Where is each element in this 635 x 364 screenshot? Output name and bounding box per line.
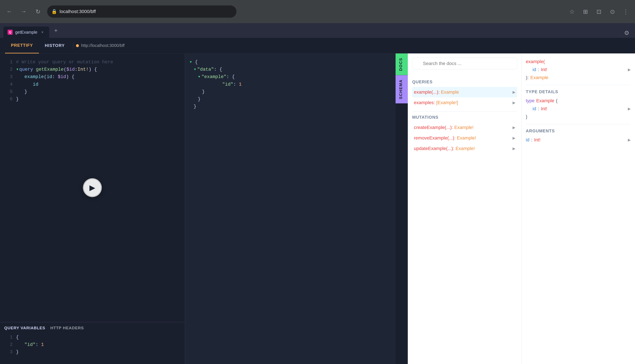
docs-divider: [412, 111, 517, 112]
mutations-section-title: MUTATIONS: [412, 115, 517, 120]
tab-bar: Q getExample × + ⚙: [0, 23, 635, 38]
docs-item-createexample[interactable]: createExample(...): Example! ▶: [412, 122, 517, 133]
back-button[interactable]: ←: [4, 6, 14, 16]
browser-chrome: ← → ↻ 🔒 localhost:3000/bff ☆ ⊞ ⊡ ⊙ ⋮: [0, 0, 635, 23]
menu-button[interactable]: ⋮: [621, 6, 631, 16]
new-tab-button[interactable]: +: [51, 26, 61, 36]
docs-tab[interactable]: DOCS: [396, 54, 408, 75]
type-details-title: TYPE DETAILS: [526, 90, 631, 94]
star-button[interactable]: ☆: [567, 6, 577, 16]
code-line-4: 4 id: [4, 81, 180, 88]
docs-search-input[interactable]: [412, 58, 517, 70]
toolbar: PRETTIFY HISTORY http://localhost:3000/b…: [0, 38, 635, 54]
docs-item-name: updateExample(...): Example!: [414, 146, 475, 151]
var-line-1: 1 {: [4, 334, 180, 341]
settings-button[interactable]: ⚙: [622, 28, 632, 38]
tab-title: getExample: [15, 30, 38, 35]
browser-actions: ☆ ⊞ ⊡ ⊙ ⋮: [567, 6, 631, 16]
docs-panel: 🔍 QUERIES example(...): Example ▶ exampl…: [408, 54, 522, 364]
schema-tab[interactable]: SCHEMA: [396, 75, 408, 103]
code-line-2: 2 ▾ query getExample ( $id : Int! ) {: [4, 66, 180, 73]
query-variables-tab[interactable]: QUERY VARIABLES: [4, 326, 45, 330]
address-url[interactable]: localhost:3000/bff: [60, 9, 96, 14]
history-button[interactable]: HISTORY: [39, 38, 71, 54]
extensions-button[interactable]: ⊞: [580, 6, 590, 16]
endpoint-dot: [76, 44, 79, 47]
docs-item-arrow: ▶: [512, 125, 516, 130]
type-close-brace: }: [526, 113, 631, 121]
lock-icon: 🔒: [51, 9, 57, 14]
schema-panel: example( id : Int! ▶ ): Example TYPE DET…: [522, 54, 635, 364]
code-line-1: 1 # Write your query or mutation here: [4, 58, 180, 66]
docs-item-name: createExample(...): Example!: [414, 125, 474, 130]
docs-item-arrow: ▶: [512, 90, 516, 94]
endpoint-url: http://localhost:3000/bff: [81, 43, 124, 48]
query-editor[interactable]: 1 # Write your query or mutation here 2 …: [0, 54, 185, 322]
main-content: 1 # Write your query or mutation here 2 …: [0, 54, 635, 364]
docs-item-arrow: ▶: [512, 146, 516, 151]
profile-button[interactable]: ⊙: [607, 6, 617, 16]
docs-item-updateexample[interactable]: updateExample(...): Example! ▶: [412, 143, 517, 154]
play-button[interactable]: ▶: [83, 178, 102, 197]
docs-item-examples[interactable]: examples: [Example!] ▶: [412, 98, 517, 108]
app-container: PRETTIFY HISTORY http://localhost:3000/b…: [0, 38, 635, 364]
docs-item-name: example(...): Example: [414, 90, 459, 95]
docs-item-arrow: ▶: [512, 136, 516, 140]
tab-button[interactable]: ⊡: [594, 6, 604, 16]
type-field-id[interactable]: id : Int! ▶: [532, 105, 631, 113]
variable-tabs: QUERY VARIABLES HTTP HEADERS: [4, 326, 180, 330]
var-line-2: 2 "id" : 1: [4, 341, 180, 348]
tab-getexample[interactable]: Q getExample ×: [3, 26, 49, 38]
response-panel: ▾ { ▾ "data" : { ▾ "example" : { "id" : …: [185, 54, 396, 364]
schema-divider-1: [526, 85, 631, 85]
tab-favicon: Q: [8, 30, 12, 35]
code-line-5: 5 }: [4, 88, 180, 96]
prettify-button[interactable]: PRETTIFY: [5, 38, 39, 54]
var-line-3: 3 }: [4, 348, 180, 356]
forward-button[interactable]: →: [18, 6, 28, 16]
editor-panel: 1 # Write your query or mutation here 2 …: [0, 54, 185, 364]
endpoint-indicator: http://localhost:3000/bff: [76, 43, 124, 48]
docs-item-name: examples: [Example!]: [414, 100, 458, 106]
docs-item-removeexample[interactable]: removeExample(...): Example! ▶: [412, 133, 517, 143]
tab-close-button[interactable]: ×: [40, 30, 45, 35]
docs-item-name: removeExample(...): Example!: [414, 135, 476, 141]
sidebar-tabs: DOCS SCHEMA: [396, 54, 408, 364]
example-function-header: example( id : Int! ▶ ): Example: [526, 58, 631, 82]
search-wrapper: 🔍: [412, 58, 517, 74]
code-line-6: 6 }: [4, 96, 180, 103]
arg-id-line[interactable]: id : Int! ▶: [526, 136, 631, 144]
arguments-title: ARGUMENTS: [526, 128, 631, 134]
address-bar: 🔒 localhost:3000/bff: [47, 6, 236, 18]
variable-panel: QUERY VARIABLES HTTP HEADERS 1 { 2 "id" …: [0, 322, 185, 364]
docs-item-example[interactable]: example(...): Example ▶: [412, 87, 517, 98]
play-button-container: ▶: [83, 178, 102, 197]
docs-item-arrow: ▶: [512, 100, 516, 105]
code-line-3: 3 example ( id : $id ) {: [4, 73, 180, 80]
refresh-button[interactable]: ↻: [33, 6, 43, 16]
toolbar-separator: [73, 42, 74, 49]
http-headers-tab[interactable]: HTTP HEADERS: [50, 326, 84, 330]
queries-section-title: QUERIES: [412, 80, 517, 84]
type-definition-line: type Example {: [526, 97, 631, 105]
